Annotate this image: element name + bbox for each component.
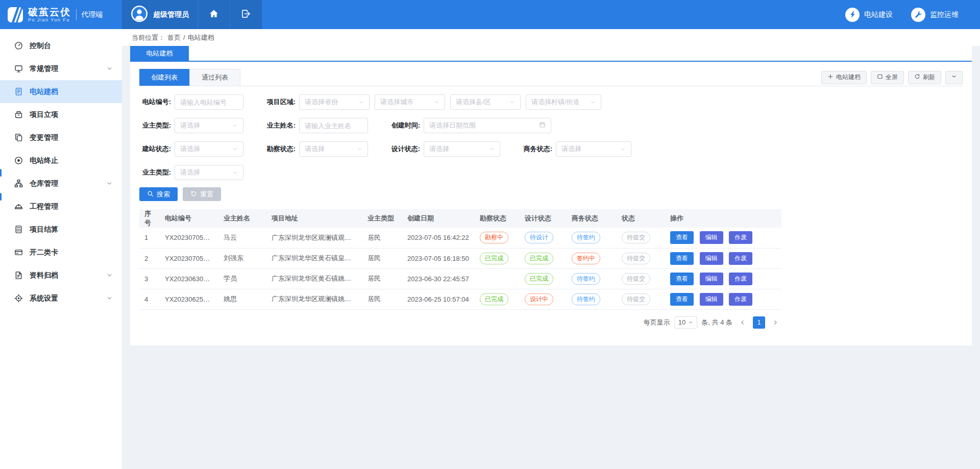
edit-button[interactable]: 编辑 — [700, 231, 723, 244]
view-button[interactable]: 查看 — [670, 293, 694, 306]
sidebar-item-label: 项目结算 — [30, 225, 58, 234]
sidebar: 控制台 常规管理 电站建档 项目立项 变更管理 电站终止 仓库管理 — [0, 29, 122, 469]
breadcrumb: 当前位置： 首页 / 电站建档 — [122, 29, 980, 46]
sidebar-item-label: 变更管理 — [30, 133, 58, 142]
owner-type-select[interactable]: 请选择 — [175, 118, 243, 133]
view-button[interactable]: 查看 — [670, 273, 694, 285]
results-table: 序号 电站编号 业主姓名 项目地址 业主类型 创建日期 勘察状态 设计状态 商务… — [139, 209, 781, 310]
owner-name-input[interactable] — [299, 118, 368, 133]
refresh-button[interactable]: 刷新 — [908, 71, 941, 84]
sidebar-item-warehouse-management[interactable]: 仓库管理 — [0, 172, 122, 195]
cell-seq: 4 — [139, 289, 160, 309]
sidebar-item-class2-card[interactable]: 开二类卡 — [0, 241, 122, 264]
business-status-select[interactable]: 请选择 — [556, 141, 631, 157]
page-number-button[interactable]: 1 — [753, 316, 765, 329]
station-code-input[interactable] — [175, 94, 243, 110]
cell-owner-type: 居民 — [362, 248, 402, 268]
cell-actions: 查看 编辑 作废 — [665, 289, 781, 309]
sidebar-scrollbar-thumb[interactable] — [0, 193, 2, 201]
sidebar-item-general-management[interactable]: 常规管理 — [0, 57, 122, 80]
view-button[interactable]: 查看 — [670, 231, 694, 244]
prev-page-button[interactable] — [737, 316, 749, 329]
logo-title: 破茧云伏 — [28, 7, 71, 17]
build-status-select[interactable]: 请选择 — [175, 141, 243, 157]
void-button[interactable]: 作废 — [729, 273, 752, 285]
logo: 破茧云伏 Po Jian Yun Fu 代理端 — [0, 0, 122, 29]
cell-business-status: 待签约 — [567, 228, 617, 248]
sidebar-item-dashboard[interactable]: 控制台 — [0, 34, 122, 57]
edit-button[interactable]: 编辑 — [700, 273, 723, 285]
design-status-select[interactable]: 请选择 — [424, 141, 500, 157]
sidebar-item-system-settings[interactable]: 系统设置 — [0, 287, 122, 310]
survey-status-badge: 已完成 — [480, 253, 508, 264]
table-row: 4 YX2023062500004 姚思 广东深圳龙华区观澜镇姚家庄... 居民… — [139, 289, 781, 309]
tab-passed-list[interactable]: 通过列表 — [189, 69, 240, 86]
nav-station-construction[interactable]: 电站建设 — [845, 8, 893, 22]
calendar-icon — [539, 121, 546, 130]
cell-design-status: 已完成 — [520, 268, 567, 289]
collapse-panel-button[interactable] — [945, 71, 963, 84]
owner-type2-select[interactable]: 请选择 — [175, 165, 243, 180]
cell-owner-name: 马云 — [218, 228, 266, 248]
province-select[interactable]: 请选择省份 — [299, 94, 370, 110]
sidebar-scrollbar-thumb[interactable] — [0, 169, 2, 177]
page-tab-station-archive[interactable]: 电站建档 — [130, 46, 189, 61]
col-survey-status: 勘察状态 — [475, 209, 520, 228]
void-button[interactable]: 作废 — [729, 293, 752, 306]
col-owner-name: 业主姓名 — [218, 209, 266, 228]
next-page-button[interactable] — [769, 316, 781, 329]
nav-monitoring-ops[interactable]: 监控运维 — [911, 8, 959, 22]
sidebar-item-file-archive[interactable]: 资料归档 — [0, 264, 122, 287]
tab-create-list[interactable]: 创建列表 — [139, 69, 189, 86]
sidebar-item-project-initiation[interactable]: 项目立项 — [0, 103, 122, 126]
design-status-badge: 待设计 — [525, 232, 553, 243]
pagination: 每页显示 10 条, 共 4 条 1 — [139, 316, 781, 329]
sidebar-item-label: 电站终止 — [30, 156, 58, 165]
col-created-date: 创建日期 — [402, 209, 475, 228]
town-select[interactable]: 请选择村镇/街道 — [526, 94, 601, 110]
view-button[interactable]: 查看 — [670, 252, 694, 265]
county-select[interactable]: 请选择县/区 — [450, 94, 521, 110]
date-range-picker[interactable]: 请选择日期范围 — [424, 118, 551, 133]
survey-status-select[interactable]: 请选择 — [299, 141, 368, 157]
card-icon — [14, 248, 23, 257]
user-menu[interactable]: 超级管理员 — [122, 0, 198, 29]
edit-button[interactable]: 编辑 — [700, 252, 723, 265]
avatar — [131, 5, 148, 24]
cell-survey-status: 已完成 — [475, 289, 520, 309]
build-status-label: 建站状态: — [139, 144, 171, 154]
sidebar-item-label: 电站建档 — [30, 87, 58, 96]
fullscreen-button[interactable]: 全屏 — [871, 71, 904, 84]
breadcrumb-home-link[interactable]: 首页 — [167, 33, 181, 42]
sidebar-item-label: 开二类卡 — [30, 248, 58, 257]
archive-file-icon — [14, 271, 23, 280]
content-card: 创建列表 通过列表 电站建档 全屏 刷新 — [130, 62, 972, 345]
reset-icon — [190, 190, 197, 199]
business-status-badge: 签约中 — [572, 253, 600, 264]
logout-button[interactable] — [230, 0, 262, 29]
sidebar-item-engineering-management[interactable]: 工程管理 — [0, 195, 122, 218]
reset-button[interactable]: 重置 — [183, 187, 221, 201]
sidebar-item-station-archive[interactable]: 电站建档 — [0, 80, 122, 103]
cell-design-status: 已完成 — [520, 248, 567, 268]
divider — [76, 9, 77, 20]
survey-status-badge: 已完成 — [480, 293, 508, 305]
total-count-label: 条, 共 4 条 — [701, 318, 732, 327]
sidebar-item-station-termination[interactable]: 电站终止 — [0, 149, 122, 172]
void-button[interactable]: 作废 — [729, 252, 752, 265]
breadcrumb-prefix: 当前位置： — [132, 33, 165, 42]
chevron-down-icon — [106, 180, 113, 187]
home-button[interactable] — [198, 0, 230, 29]
create-station-button[interactable]: 电站建档 — [821, 71, 867, 84]
edit-button[interactable]: 编辑 — [700, 293, 723, 306]
cell-created-date: 2023-06-30 22:45:57 — [402, 268, 475, 289]
button-label: 全屏 — [886, 73, 898, 82]
owner-type-label: 业主类型: — [139, 121, 171, 130]
city-select[interactable]: 请选择城市 — [375, 94, 445, 110]
cell-project-address: 广东深圳龙华区观澜镇姚家庄... — [266, 289, 362, 309]
per-page-select[interactable]: 10 — [674, 316, 697, 329]
sidebar-item-change-management[interactable]: 变更管理 — [0, 126, 122, 149]
sidebar-item-project-settlement[interactable]: 项目结算 — [0, 218, 122, 241]
void-button[interactable]: 作废 — [729, 231, 752, 244]
search-button[interactable]: 搜索 — [139, 187, 178, 201]
